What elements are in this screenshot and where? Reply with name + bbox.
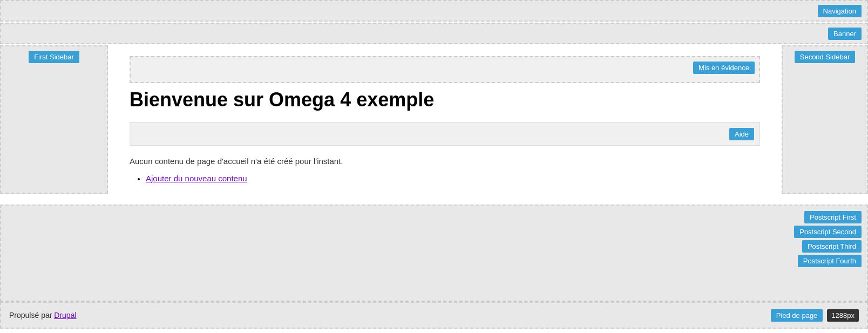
- list-item: Ajouter du nouveau contenu: [146, 174, 760, 183]
- help-bar: Aide: [130, 122, 760, 146]
- footer-area: Propulsé par Drupal Pied de page 1288px: [0, 302, 868, 329]
- banner-label[interactable]: Banner: [828, 28, 862, 40]
- content-list: Ajouter du nouveau contenu: [130, 174, 760, 183]
- no-content-text: Aucun contenu de page d'accueil n'a été …: [130, 157, 760, 166]
- postscript-area: Postscript First Postscript Second Posts…: [0, 205, 868, 302]
- add-content-link[interactable]: Ajouter du nouveau contenu: [146, 174, 247, 183]
- postscript-first-label[interactable]: Postscript First: [804, 211, 862, 223]
- highlighted-inline: Mis en évidence: [130, 56, 760, 83]
- postscript-second-label[interactable]: Postscript Second: [794, 226, 862, 238]
- columns-row: First Sidebar Mis en évidence Bienvenue …: [0, 45, 868, 194]
- pied-de-page-label[interactable]: Pied de page: [771, 309, 823, 322]
- page-title: Bienvenue sur Omega 4 exemple: [130, 89, 760, 111]
- navigation-bar: Navigation: [0, 0, 868, 22]
- second-sidebar-label[interactable]: Second Sidebar: [795, 51, 856, 63]
- second-sidebar: Second Sidebar: [782, 45, 868, 194]
- help-label[interactable]: Aide: [729, 128, 754, 140]
- footer-right: Pied de page 1288px: [771, 309, 859, 322]
- first-sidebar: First Sidebar: [0, 45, 108, 194]
- footer-text: Propulsé par Drupal: [9, 311, 77, 320]
- postscript-fourth-label[interactable]: Postscript Fourth: [798, 255, 862, 267]
- drupal-link[interactable]: Drupal: [54, 311, 76, 320]
- px-badge: 1288px: [827, 309, 859, 322]
- banner-bar: Banner: [0, 23, 868, 44]
- main-content: Mis en évidence Bienvenue sur Omega 4 ex…: [108, 45, 782, 194]
- postscript-rows: Postscript First Postscript Second Posts…: [6, 211, 862, 267]
- first-sidebar-label[interactable]: First Sidebar: [29, 51, 79, 63]
- navigation-label[interactable]: Navigation: [818, 5, 862, 17]
- powered-by-text: Propulsé par: [9, 311, 52, 320]
- highlighted-label[interactable]: Mis en évidence: [693, 62, 755, 74]
- postscript-third-label[interactable]: Postscript Third: [802, 240, 862, 253]
